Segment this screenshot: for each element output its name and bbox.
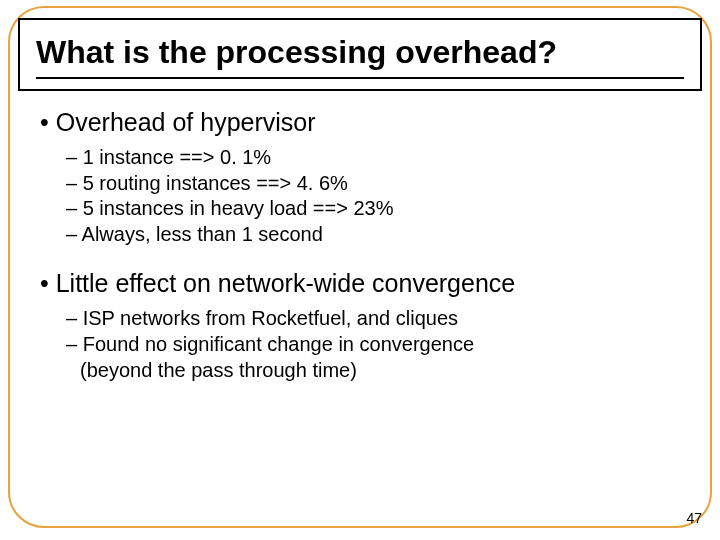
sub-no-change: – Found no significant change in converg… [66,332,680,358]
slide: What is the processing overhead? • Overh… [0,0,720,540]
title-underline [36,77,684,79]
sub-5-heavy-text: 5 instances in heavy load ==> 23% [83,197,394,219]
sub-always: – Always, less than 1 second [66,222,680,248]
slide-content: • Overhead of hypervisor – 1 instance ==… [40,108,680,383]
sub-1-instance: – 1 instance ==> 0. 1% [66,145,680,171]
bullet-convergence-label: Little effect on network-wide convergenc… [56,269,516,297]
slide-number: 47 [686,510,702,526]
sub-isp-text: ISP networks from Rocketfuel, and clique… [83,307,458,329]
sub-no-change-text: Found no significant change in convergen… [83,333,474,355]
bullet-overhead: • Overhead of hypervisor [40,108,680,137]
sub-5-heavy: – 5 instances in heavy load ==> 23% [66,196,680,222]
sub-5-routing-text: 5 routing instances ==> 4. 6% [83,172,348,194]
sub-isp: – ISP networks from Rocketfuel, and cliq… [66,306,680,332]
sub-5-routing: – 5 routing instances ==> 4. 6% [66,171,680,197]
sub-1-instance-text: 1 instance ==> 0. 1% [83,146,271,168]
slide-title: What is the processing overhead? [36,34,684,71]
bullet-overhead-label: Overhead of hypervisor [56,108,316,136]
sub-no-change-cont-text: (beyond the pass through time) [80,359,357,381]
title-box: What is the processing overhead? [18,18,702,91]
sub-no-change-cont: (beyond the pass through time) [80,358,680,384]
sub-always-text: Always, less than 1 second [82,223,323,245]
bullet-convergence: • Little effect on network-wide converge… [40,269,680,298]
